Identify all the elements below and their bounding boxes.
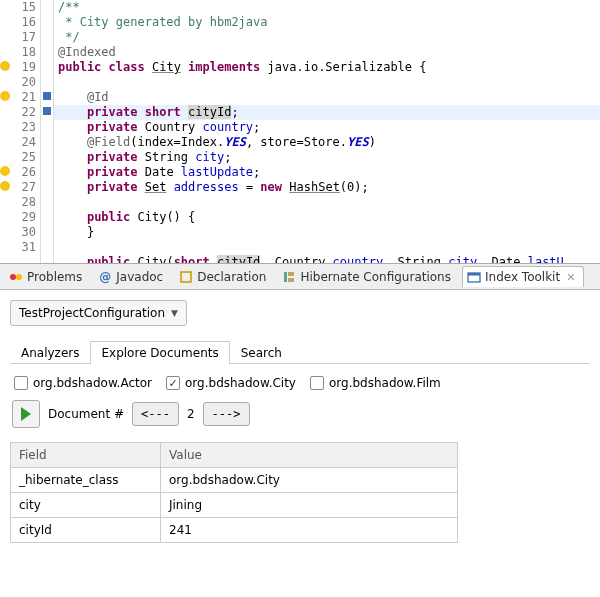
toolkit-subtabs: Analyzers Explore Documents Search xyxy=(10,340,590,364)
line-number: 23 xyxy=(0,120,40,135)
index-toolkit-panel: TestProjectConfiguration ▼ Analyzers Exp… xyxy=(0,290,600,543)
checkbox-icon xyxy=(310,376,324,390)
tab-hibernate[interactable]: Hibernate Configurations xyxy=(277,266,460,287)
checkbox-icon xyxy=(166,376,180,390)
tab-label: Declaration xyxy=(197,270,266,284)
tab-problems[interactable]: Problems xyxy=(4,266,91,287)
prev-button[interactable]: <--- xyxy=(132,402,179,426)
document-navigator: Document # <--- 2 ---> xyxy=(12,400,590,428)
entity-checkbox[interactable]: org.bdshadow.Actor xyxy=(14,376,152,390)
configuration-dropdown[interactable]: TestProjectConfiguration ▼ xyxy=(10,300,187,326)
table-row[interactable]: _hibernate_classorg.bdshadow.City xyxy=(11,468,458,493)
code-line[interactable]: private Date lastUpdate; xyxy=(58,165,600,180)
line-number: 20 xyxy=(0,75,40,90)
entity-label: org.bdshadow.City xyxy=(185,376,296,390)
code-line[interactable] xyxy=(58,240,600,255)
hibernate-icon xyxy=(282,270,296,284)
declaration-icon xyxy=(179,270,193,284)
line-number: 15− xyxy=(0,0,40,15)
cell-field: cityId xyxy=(11,518,161,543)
subtab-search[interactable]: Search xyxy=(230,341,293,364)
code-area[interactable]: /** * City generated by hbm2java */@Inde… xyxy=(54,0,600,263)
line-number: 28 xyxy=(0,195,40,210)
dropdown-value: TestProjectConfiguration xyxy=(19,306,165,320)
svg-rect-2 xyxy=(181,272,191,282)
entity-checkboxes: org.bdshadow.Actororg.bdshadow.Cityorg.b… xyxy=(14,376,590,390)
line-number: 17 xyxy=(0,30,40,45)
code-line[interactable]: } xyxy=(58,225,600,240)
svg-rect-7 xyxy=(468,273,480,276)
code-line[interactable]: private String city; xyxy=(58,150,600,165)
run-button[interactable] xyxy=(12,400,40,428)
tab-label: Problems xyxy=(27,270,82,284)
entity-label: org.bdshadow.Actor xyxy=(33,376,152,390)
tab-label: Hibernate Configurations xyxy=(300,270,451,284)
code-line[interactable]: * City generated by hbm2java xyxy=(58,15,600,30)
table-row[interactable]: cityJining xyxy=(11,493,458,518)
javadoc-icon: @ xyxy=(98,270,112,284)
views-tabbar: Problems @ Javadoc Declaration Hibernate… xyxy=(0,264,600,290)
tab-label: Javadoc xyxy=(116,270,163,284)
line-number: 27 xyxy=(0,180,40,195)
line-number: 29− xyxy=(0,210,40,225)
checkbox-icon xyxy=(14,376,28,390)
line-gutter: 15−161718192021−222324−2526272829−3031 xyxy=(0,0,40,263)
document-number: 2 xyxy=(187,407,195,421)
code-line[interactable]: public City(short cityId, Country countr… xyxy=(58,255,600,263)
subtab-explore-documents[interactable]: Explore Documents xyxy=(90,341,229,364)
svg-rect-5 xyxy=(288,278,294,282)
line-number: 30 xyxy=(0,225,40,240)
code-line[interactable]: @Indexed xyxy=(58,45,600,60)
code-line[interactable] xyxy=(58,75,600,90)
line-number: 21− xyxy=(0,90,40,105)
line-number: 26 xyxy=(0,165,40,180)
code-line[interactable]: public class City implements java.io.Ser… xyxy=(58,60,600,75)
cell-field: city xyxy=(11,493,161,518)
entity-checkbox[interactable]: org.bdshadow.City xyxy=(166,376,296,390)
close-icon[interactable]: ✕ xyxy=(566,271,575,284)
entity-checkbox[interactable]: org.bdshadow.Film xyxy=(310,376,441,390)
cell-value: 241 xyxy=(161,518,458,543)
line-number: 31 xyxy=(0,240,40,255)
tab-declaration[interactable]: Declaration xyxy=(174,266,275,287)
svg-rect-4 xyxy=(288,272,294,276)
document-table: Field Value _hibernate_classorg.bdshadow… xyxy=(10,442,458,543)
line-number: 18 xyxy=(0,45,40,60)
cell-field: _hibernate_class xyxy=(11,468,161,493)
code-line[interactable]: public City() { xyxy=(58,210,600,225)
cell-value: Jining xyxy=(161,493,458,518)
cell-value: org.bdshadow.City xyxy=(161,468,458,493)
subtab-analyzers[interactable]: Analyzers xyxy=(10,341,90,364)
svg-rect-3 xyxy=(284,272,287,282)
next-button[interactable]: ---> xyxy=(203,402,250,426)
line-number: 22 xyxy=(0,105,40,120)
chevron-down-icon: ▼ xyxy=(171,308,178,318)
code-line[interactable]: private Set addresses = new HashSet(0); xyxy=(58,180,600,195)
index-toolkit-icon xyxy=(467,270,481,284)
code-line[interactable] xyxy=(58,195,600,210)
code-line[interactable]: @Id xyxy=(58,90,600,105)
code-line[interactable]: private Country country; xyxy=(58,120,600,135)
line-number: 16 xyxy=(0,15,40,30)
line-number: 19 xyxy=(0,60,40,75)
svg-point-1 xyxy=(16,274,22,280)
code-line[interactable]: private short cityId; xyxy=(54,105,600,120)
entity-label: org.bdshadow.Film xyxy=(329,376,441,390)
document-label: Document # xyxy=(48,407,124,421)
svg-point-0 xyxy=(10,274,16,280)
tab-javadoc[interactable]: @ Javadoc xyxy=(93,266,172,287)
line-number: 24− xyxy=(0,135,40,150)
table-row[interactable]: cityId241 xyxy=(11,518,458,543)
column-header-value[interactable]: Value xyxy=(161,443,458,468)
line-number: 25 xyxy=(0,150,40,165)
tab-label: Index Toolkit xyxy=(485,270,560,284)
tab-index-toolkit[interactable]: Index Toolkit ✕ xyxy=(462,266,584,287)
play-icon xyxy=(21,407,31,421)
code-line[interactable]: @Field(index=Index.YES, store=Store.YES) xyxy=(58,135,600,150)
column-header-field[interactable]: Field xyxy=(11,443,161,468)
folding-ruler xyxy=(40,0,54,263)
line-number xyxy=(0,255,40,264)
code-editor: 15−161718192021−222324−2526272829−3031 /… xyxy=(0,0,600,264)
code-line[interactable]: /** xyxy=(58,0,600,15)
code-line[interactable]: */ xyxy=(58,30,600,45)
